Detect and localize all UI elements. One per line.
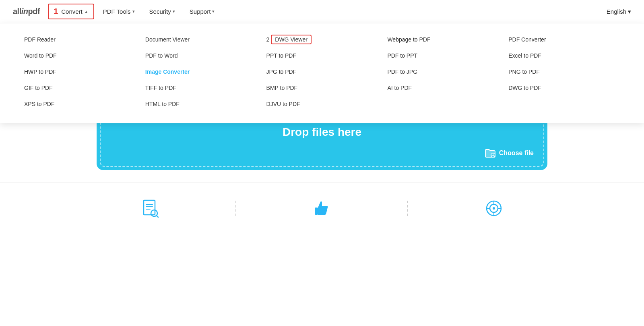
dropdown-pdf-reader[interactable]: PDF Reader bbox=[19, 33, 140, 46]
dropdown-dwg-to-pdf[interactable]: DWG to PDF bbox=[504, 81, 625, 94]
logo[interactable]: allinpdf bbox=[13, 7, 40, 16]
nav-pdf-tools[interactable]: PDF Tools ▾ bbox=[97, 5, 140, 18]
dropdown-png-to-pdf[interactable]: PNG to PDF bbox=[504, 65, 625, 78]
drop-text: Drop files here bbox=[283, 126, 361, 139]
language-selector[interactable]: English ▾ bbox=[607, 8, 631, 15]
search-doc-icon bbox=[140, 199, 160, 218]
security-chevron: ▾ bbox=[173, 9, 175, 14]
svg-rect-16 bbox=[315, 208, 318, 215]
dropdown-webpage-to-pdf[interactable]: Webpage to PDF bbox=[382, 33, 504, 46]
feature-search bbox=[64, 199, 236, 218]
dropdown-ai-to-pdf[interactable]: AI to PDF bbox=[382, 81, 504, 94]
security-label: Security bbox=[149, 8, 171, 15]
dropdown-ppt-to-pdf[interactable]: PPT to PDF bbox=[262, 49, 383, 62]
dwg-viewer-highlighted: DWG Viewer bbox=[271, 35, 312, 44]
dropdown-hwp-to-pdf[interactable]: HWP to PDF bbox=[19, 65, 140, 78]
nav-convert[interactable]: 1 Convert ▲ bbox=[48, 4, 94, 19]
feature-thumbsup bbox=[236, 199, 408, 218]
convert-chevron: ▲ bbox=[84, 9, 89, 14]
convert-label: Convert bbox=[61, 8, 83, 15]
dropdown-djvu-to-pdf[interactable]: DJVU to PDF bbox=[262, 98, 383, 110]
bottom-features bbox=[0, 182, 644, 226]
dropdown-image-converter[interactable]: Image Converter bbox=[140, 65, 262, 78]
dropdown-document-viewer[interactable]: Document Viewer bbox=[140, 33, 262, 46]
dropdown-xps-to-pdf[interactable]: XPS to PDF bbox=[19, 98, 140, 110]
choose-file-icon bbox=[485, 148, 496, 158]
dropdown-html-to-pdf[interactable]: HTML to PDF bbox=[140, 98, 262, 110]
svg-point-19 bbox=[493, 207, 495, 210]
dropdown-bmp-to-pdf[interactable]: BMP to PDF bbox=[262, 81, 383, 94]
dropdown-pdf-to-ppt[interactable]: PDF to PPT bbox=[382, 49, 504, 62]
support-label: Support bbox=[190, 8, 211, 15]
svg-line-15 bbox=[157, 216, 158, 217]
target-icon bbox=[484, 199, 504, 218]
main-nav: 1 Convert ▲ PDF Tools ▾ Security ▾ Suppo… bbox=[48, 4, 607, 19]
dropdown-tiff-to-pdf[interactable]: TIFF to PDF bbox=[140, 81, 262, 94]
thumbs-up-icon bbox=[312, 199, 332, 218]
header: allinpdf 1 Convert ▲ PDF Tools ▾ Securit… bbox=[0, 0, 644, 23]
dropdown-empty-1 bbox=[382, 98, 504, 110]
dropdown-word-to-pdf[interactable]: Word to PDF bbox=[19, 49, 140, 62]
svg-rect-10 bbox=[144, 200, 155, 215]
nav-security[interactable]: Security ▾ bbox=[144, 5, 181, 18]
language-chevron: ▾ bbox=[628, 8, 631, 15]
dropdown-dwg-viewer[interactable]: 2 DWG Viewer bbox=[262, 33, 383, 46]
dropdown-empty-2 bbox=[504, 98, 625, 110]
badge-1: 1 bbox=[54, 7, 58, 16]
badge-2: 2 bbox=[266, 36, 270, 43]
pdf-tools-chevron: ▾ bbox=[132, 9, 135, 14]
dropdown-excel-to-pdf[interactable]: Excel to PDF bbox=[504, 49, 625, 62]
dropdown-gif-to-pdf[interactable]: GIF to PDF bbox=[19, 81, 140, 94]
nav-support[interactable]: Support ▾ bbox=[184, 5, 221, 18]
pdf-tools-label: PDF Tools bbox=[103, 8, 131, 15]
dropdown-jpg-to-pdf[interactable]: JPG to PDF bbox=[262, 65, 383, 78]
language-label: English bbox=[607, 8, 626, 15]
dropdown-pdf-to-word[interactable]: PDF to Word bbox=[140, 49, 262, 62]
feature-target bbox=[408, 199, 580, 218]
choose-file-label: Choose file bbox=[499, 150, 534, 157]
dropdown-pdf-to-jpg[interactable]: PDF to JPG bbox=[382, 65, 504, 78]
dropdown-pdf-converter[interactable]: PDF Converter bbox=[504, 33, 625, 46]
support-chevron: ▾ bbox=[212, 9, 215, 14]
choose-file-button[interactable]: Choose file bbox=[485, 148, 534, 158]
dropdown-menu: PDF Reader Document Viewer 2 DWG Viewer … bbox=[0, 23, 644, 123]
dropdown-grid: PDF Reader Document Viewer 2 DWG Viewer … bbox=[19, 33, 625, 110]
logo-text: allinpdf bbox=[13, 7, 40, 16]
